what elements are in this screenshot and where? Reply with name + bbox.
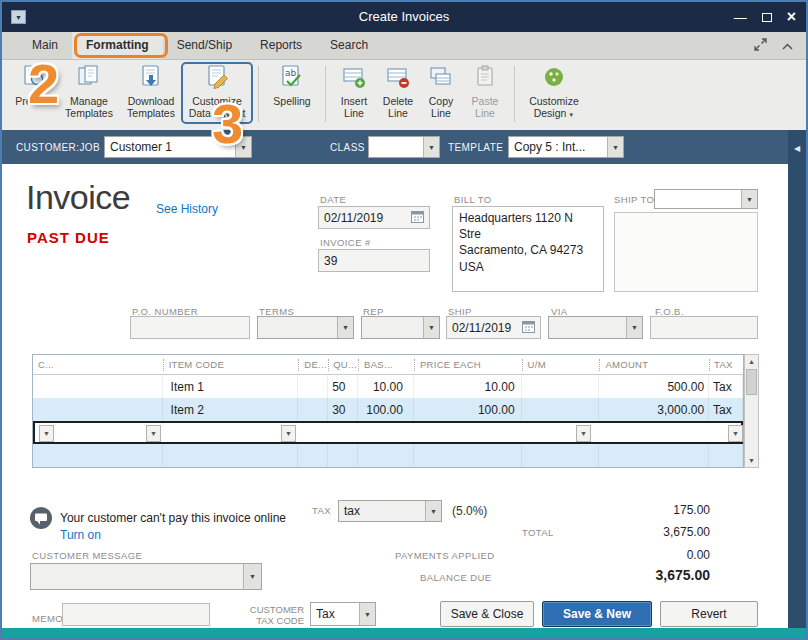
- delete-line-button[interactable]: Delete Line: [376, 64, 420, 119]
- header-cell[interactable]: ITEM CODE: [163, 359, 299, 371]
- spelling-button[interactable]: ab Spelling: [265, 64, 319, 107]
- price-each-cell: 100.00: [414, 398, 522, 421]
- save-close-button[interactable]: Save & Close: [440, 601, 534, 627]
- download-templates-label: Download Templates: [120, 95, 182, 119]
- header-cell[interactable]: DE...: [298, 359, 328, 371]
- titlebar: ▼ Create Invoices — ×: [2, 2, 806, 32]
- manage-templates-label: Manage Templates: [58, 95, 120, 119]
- expand-window-icon[interactable]: [754, 37, 767, 55]
- via-dropdown[interactable]: ▼: [548, 316, 643, 339]
- customer-message-dropdown[interactable]: ▼: [30, 563, 262, 590]
- ship-to-dropdown[interactable]: ▼: [654, 189, 758, 209]
- customer-job-label: CUSTOMER:JOB: [16, 142, 100, 153]
- rep-dropdown[interactable]: ▼: [361, 316, 440, 339]
- calendar-icon[interactable]: [522, 320, 535, 336]
- header-cell[interactable]: PRICE EACH: [414, 359, 522, 371]
- see-history-link[interactable]: See History: [156, 202, 218, 216]
- header-cell[interactable]: BAS...: [358, 359, 414, 371]
- tab-send-ship[interactable]: Send/Ship: [163, 32, 246, 59]
- cell-dropdown-icon[interactable]: ▼: [39, 425, 54, 442]
- table-row[interactable]: [33, 444, 743, 467]
- cell-dropdown-icon[interactable]: ▼: [728, 425, 743, 442]
- toolbar-separator: [258, 66, 259, 122]
- customer-job-dropdown[interactable]: Customer 1 ▼: [104, 136, 252, 158]
- cell-dropdown-icon[interactable]: ▼: [281, 425, 296, 442]
- bill-to-line1: Headquarters 1120 N Stre: [459, 210, 597, 242]
- invoice-number-label: INVOICE #: [320, 237, 371, 248]
- invoice-number-field[interactable]: 39: [318, 249, 430, 272]
- table-row[interactable]: Item 1 50 10.00 10.00 500.00 Tax: [33, 375, 743, 398]
- scroll-up-icon[interactable]: ▲: [745, 355, 758, 368]
- table-row[interactable]: Item 2 30 100.00 100.00 3,000.00 Tax: [33, 398, 743, 421]
- cell-dropdown-icon[interactable]: ▼: [576, 425, 591, 442]
- customize-data-layout-button[interactable]: Customize Data Layout: [182, 64, 252, 119]
- collapse-ribbon-icon[interactable]: [781, 37, 794, 55]
- tab-formatting[interactable]: Formatting: [72, 32, 163, 59]
- fob-field[interactable]: [650, 316, 758, 339]
- header-cell[interactable]: C...: [33, 359, 163, 371]
- bill-to-line2: Sacramento, CA 94273: [459, 242, 597, 258]
- customer-tax-code-value: Tax: [311, 603, 359, 625]
- manage-templates-button[interactable]: Manage Templates: [58, 64, 120, 119]
- copy-line-button[interactable]: Copy Line: [420, 64, 462, 119]
- items-table-header: C... ITEM CODE DE... QU... BAS... PRICE …: [33, 355, 743, 375]
- tab-main[interactable]: Main: [18, 32, 72, 59]
- memo-field[interactable]: [62, 603, 210, 626]
- tax-dropdown[interactable]: tax ▼: [338, 500, 442, 522]
- header-cell[interactable]: U/M: [522, 359, 600, 371]
- class-dropdown[interactable]: ▼: [368, 136, 440, 158]
- minimize-button[interactable]: —: [734, 10, 747, 25]
- online-payment-icon[interactable]: [30, 507, 52, 533]
- spelling-label: Spelling: [273, 95, 310, 107]
- item-code-cell: Item 2: [163, 398, 299, 421]
- ship-to-address-box[interactable]: [614, 212, 758, 292]
- toolbar-separator: [514, 66, 515, 122]
- amount-cell: 500.00: [599, 375, 709, 398]
- download-templates-button[interactable]: Download Templates: [120, 64, 182, 119]
- history-panel-strip[interactable]: ◀: [788, 130, 806, 628]
- online-payment-message: Your customer can't pay this invoice onl…: [60, 511, 286, 525]
- save-new-button[interactable]: Save & New: [542, 601, 652, 627]
- cell-dropdown-icon[interactable]: ▼: [146, 425, 161, 442]
- ship-to-label: SHIP TO: [614, 194, 654, 205]
- close-button[interactable]: ×: [787, 8, 796, 26]
- insert-line-icon: [341, 64, 367, 94]
- class-value: [369, 137, 423, 157]
- ship-date-field[interactable]: 02/11/2019: [446, 316, 541, 339]
- scroll-thumb[interactable]: [746, 369, 757, 395]
- po-number-field[interactable]: [130, 316, 250, 339]
- customer-bar: CUSTOMER:JOB Customer 1 ▼ CLASS ▼ TEMPLA…: [2, 130, 806, 164]
- create-invoices-window: ▼ Create Invoices — × Main Formatting Se…: [0, 0, 808, 640]
- selected-empty-row[interactable]: ▼ ▼ ▼ ▼ ▼: [33, 421, 743, 444]
- template-dropdown[interactable]: Copy 5 : Int... ▼: [508, 136, 624, 158]
- tab-search[interactable]: Search: [316, 32, 382, 59]
- header-cell[interactable]: AMOUNT: [599, 359, 709, 371]
- quantity-cell: 30: [328, 398, 358, 421]
- turn-on-link[interactable]: Turn on: [60, 528, 101, 542]
- tax-amount: 175.00: [590, 503, 710, 517]
- revert-button[interactable]: Revert: [660, 601, 758, 627]
- header-cell[interactable]: TAX: [709, 359, 743, 371]
- tab-reports[interactable]: Reports: [246, 32, 316, 59]
- bill-to-box[interactable]: Headquarters 1120 N Stre Sacramento, CA …: [452, 206, 604, 292]
- insert-line-button[interactable]: Insert Line: [332, 64, 376, 119]
- table-scrollbar[interactable]: ▲ ▼: [744, 354, 759, 468]
- customer-tax-code-dropdown[interactable]: Tax ▼: [310, 602, 376, 626]
- template-label: TEMPLATE: [448, 142, 503, 153]
- paste-line-icon: [472, 64, 498, 94]
- calendar-icon[interactable]: [411, 210, 424, 226]
- header-cell[interactable]: QU...: [328, 359, 358, 371]
- maximize-button[interactable]: [762, 13, 772, 22]
- tax-cell: Tax: [709, 375, 743, 398]
- customize-design-button[interactable]: Customize Design▼: [521, 64, 587, 119]
- scroll-down-icon[interactable]: ▼: [745, 454, 758, 467]
- caret-down-icon: ▼: [741, 190, 757, 208]
- preview-button[interactable]: Preview: [10, 64, 58, 107]
- total-label: TOTAL: [522, 527, 554, 538]
- terms-dropdown[interactable]: ▼: [257, 316, 354, 339]
- date-field[interactable]: 02/11/2019: [318, 206, 430, 229]
- preview-label: Preview: [15, 95, 52, 107]
- amount-cell: 3,000.00: [599, 398, 709, 421]
- customize-design-label: Customize Design▼: [521, 95, 587, 119]
- window-menu-icon[interactable]: ▼: [11, 10, 26, 24]
